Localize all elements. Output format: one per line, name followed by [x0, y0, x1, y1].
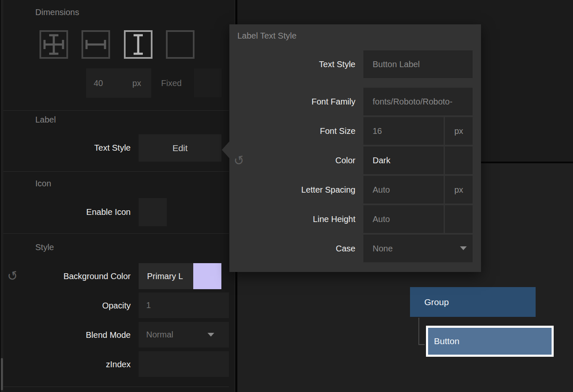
dropdown-caret-icon: [208, 333, 214, 337]
input-value: None: [363, 235, 473, 262]
button-layer-label: Button: [428, 328, 552, 355]
resize-both-icon[interactable]: [39, 30, 68, 59]
case-select[interactable]: None: [363, 235, 473, 262]
resize-width-icon[interactable]: [81, 30, 110, 59]
edit-text-style-button[interactable]: Edit: [139, 134, 221, 162]
unit-label: px: [445, 117, 473, 145]
font-family-row: Font Family fonts/Roboto/Roboto-: [229, 88, 481, 115]
font-size-unit-box[interactable]: px: [445, 117, 473, 145]
fixed-checkbox[interactable]: [194, 68, 221, 97]
input-value: Button Label: [363, 50, 473, 78]
properties-panel: Dimensions: [0, 0, 234, 392]
popover-title: Label Text Style: [237, 31, 297, 41]
text-style-input[interactable]: Button Label: [363, 50, 473, 78]
letter-spacing-row: Letter Spacing Auto px: [229, 176, 481, 204]
field-label: Color: [238, 146, 355, 174]
layer-tree-connector: [418, 344, 425, 345]
icon-section-header: Icon: [35, 179, 51, 191]
dropdown-caret-icon: [460, 246, 467, 250]
zindex-input[interactable]: [139, 351, 229, 377]
letter-spacing-input[interactable]: Auto: [363, 176, 444, 204]
resize-height-icon[interactable]: [124, 30, 152, 59]
blend-mode-select[interactable]: Normal: [139, 322, 229, 348]
style-section-header: Style: [35, 243, 54, 254]
zindex-label: zIndex: [3, 351, 131, 377]
background-color-label: Background Color: [3, 263, 131, 289]
field-label: Font Size: [238, 117, 355, 145]
field-label: Letter Spacing: [238, 176, 355, 204]
popover-tail: [222, 141, 229, 158]
letter-spacing-unit-box[interactable]: px: [445, 176, 473, 204]
blend-mode-label: Blend Mode: [3, 322, 131, 348]
input-value: fonts/Roboto/Roboto-: [363, 88, 473, 115]
field-label: Font Family: [238, 88, 355, 115]
panel-scrollbar-thumb[interactable]: [1, 358, 3, 390]
color-unit-box[interactable]: [445, 146, 473, 174]
line-height-row: Line Height Auto: [229, 205, 481, 233]
line-height-unit-box[interactable]: [445, 205, 473, 233]
button-layer-item-selected[interactable]: Button: [426, 326, 554, 357]
font-size-row: Font Size 16 px: [229, 117, 481, 145]
section-divider: [3, 171, 229, 172]
resize-none-icon[interactable]: [166, 30, 195, 59]
label-text-style-popover: Label Text Style ↺ Text Style Button Lab…: [229, 24, 481, 272]
group-layer-label: Group: [410, 287, 536, 317]
dimensions-section-header: Dimensions: [35, 8, 79, 19]
layer-tree-connector: [418, 318, 419, 345]
fixed-label: Fixed: [155, 68, 188, 98]
input-value: Auto: [363, 176, 444, 204]
line-height-input[interactable]: Auto: [363, 205, 444, 233]
input-value: 16: [363, 117, 444, 145]
color-input[interactable]: Dark: [363, 146, 444, 174]
opacity-label: Opacity: [3, 293, 131, 319]
color-row: Color Dark: [229, 146, 481, 174]
section-divider: [3, 387, 229, 387]
background-color-value-button[interactable]: Primary L: [139, 263, 202, 289]
enable-icon-label: Enable Icon: [3, 198, 131, 226]
opacity-input[interactable]: 1: [139, 293, 229, 318]
field-label: Line Height: [238, 205, 355, 233]
group-layer-item[interactable]: Group: [410, 287, 536, 317]
section-divider: [3, 233, 229, 234]
height-unit-box[interactable]: px: [122, 68, 151, 98]
background-color-swatch[interactable]: [193, 263, 221, 289]
section-divider: [3, 110, 229, 111]
field-label: Case: [238, 235, 355, 262]
app-window: Group Button Dimensions: [0, 0, 573, 392]
text-style-label: Text Style: [3, 134, 131, 162]
field-label: Text Style: [238, 50, 355, 78]
font-family-input[interactable]: fonts/Roboto/Roboto-: [363, 88, 473, 115]
input-value: Auto: [363, 205, 444, 233]
text-style-row: Text Style Button Label: [229, 50, 481, 78]
case-row: Case None: [229, 235, 481, 262]
label-section-header: Label: [35, 115, 56, 127]
font-size-input[interactable]: 16: [363, 117, 444, 145]
button-layer-fill: Button: [428, 328, 552, 355]
input-value: Dark: [363, 146, 444, 174]
unit-label: px: [445, 176, 473, 204]
enable-icon-checkbox[interactable]: [139, 198, 167, 226]
